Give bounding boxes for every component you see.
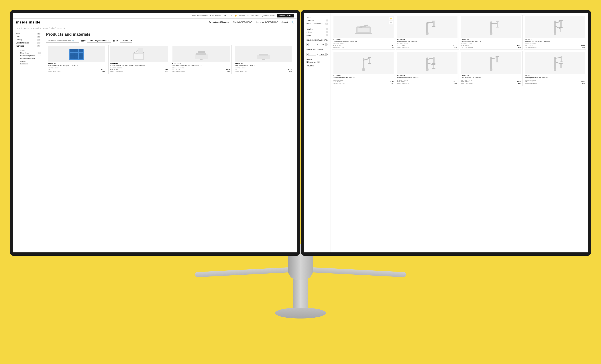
env-range-next[interactable]: › [326,43,328,46]
product-img-0 [48,46,105,62]
right-prod-card-1[interactable]: DATAFLEX Viewgo monitor arm - desk 130 E… [396,15,459,50]
svg-rect-18 [200,59,202,60]
right-prod-img-3 [525,16,585,38]
page-content: Floor 56 Wall 42 Ceiling 19 [13,30,297,252]
filter-fabrics[interactable]: Fabrics 0 [307,30,328,34]
brand-dataflex-checkbox[interactable]: Dataflex 18 [304,61,331,64]
right-prod-card-0[interactable]: 📁 ♡ [332,15,395,50]
right-prod-name-0: Addit Bento® ergonomic toolbox 900 [333,41,394,43]
circ-range-max[interactable] [319,53,326,56]
filter-other-accessories[interactable]: Other / accessories 18 [307,22,328,25]
svg-rect-7 [70,56,74,59]
circ-range-next[interactable]: › [326,53,328,56]
sidebar-item-furniture[interactable]: Furniture 46 [13,44,43,48]
product-img-2 [172,46,230,62]
projects-link[interactable]: Projects [239,15,245,17]
right-prod-costs-7: 3.42 - 1.17 = €2.25 [525,81,585,83]
svg-rect-73 [560,56,563,56]
filter-other[interactable]: Other 1 [307,34,328,37]
product-img-1 [110,46,168,62]
search-submit-icon[interactable]: 🔍 [72,40,74,42]
breadcrumb-home[interactable]: Home [16,27,20,29]
svg-rect-72 [561,56,562,62]
sidebar-sub-cupboards[interactable]: Cupboards › [17,62,43,65]
product-name-0: Viewmaster multi monitor system - desk 6… [48,65,105,67]
news-link[interactable]: News & Events [210,15,221,17]
my-account-link[interactable]: My account (Guest) [261,15,275,17]
filter-armchairs[interactable]: Armchairs 8 [307,19,328,22]
svg-rect-21 [262,59,265,60]
right-monitor-bezel: Stools › Armchairs 8 Other / accessories… [301,10,591,256]
favourites-link[interactable]: Favourites [251,15,259,17]
env-range-max[interactable] [319,43,326,46]
logo-bold: inside [29,20,40,24]
sort-select[interactable]: Added on (newest first) [87,39,111,43]
header: inside inside Products and Materials Wha… [13,19,297,26]
sidebar-sub-desks[interactable]: Desks › [17,49,43,51]
env-range-min[interactable] [309,43,316,46]
partner-button[interactable]: Become a partner [277,14,294,18]
heart-action-0[interactable]: ♡ [389,21,393,24]
product-card-2[interactable]: DATAFLEX Addit Bento® monitor riser - ad… [171,45,232,74]
dataflex-check[interactable] [307,61,309,63]
right-prod-card-7[interactable]: DATAFLEX Viewlite plus monitor arm - des… [524,51,586,86]
product-card-0[interactable]: DATAFLEX Viewmaster multi monitor system… [46,45,107,74]
filter-stools[interactable]: Stools › [307,16,328,19]
right-prod-card-5[interactable]: DATAFLEX Viewmate monitor arm - desk 642… [396,51,459,86]
nav-contact[interactable]: Contact [281,21,288,23]
monitor-setup: About INSIDE/INSIDE News & Events EN / N… [0,0,601,364]
sidebar-sub-conf-chairs[interactable]: (Conference) chairs › [17,57,43,60]
sidebar-sub-benches[interactable]: Benches › [17,60,43,62]
svg-rect-1 [70,49,74,52]
info-icon: ℹ [328,39,328,41]
search-icon[interactable]: 🔍 [291,21,294,23]
right-prod-card-6[interactable]: DATAFLEX Viewlite monitor arm - desk 122… [460,51,522,86]
logo: inside inside [16,20,40,24]
breadcrumb-products[interactable]: Products and Materials [23,27,40,29]
about-link[interactable]: About INSIDE/INSIDE [192,15,208,17]
nav-what-is[interactable]: What is INSIDE/INSIDE [233,21,252,23]
product-name-2: Addit Bento® monitor riser - adjustable … [172,65,230,67]
search-input[interactable] [48,40,71,42]
right-prod-circ-1: CIRCULARITY INDEX 62% [397,47,457,49]
search-box[interactable]: 🔍 [46,39,79,43]
right-prod-name-5: Viewmate monitor arm - desk 642 [397,77,457,79]
filter-coatings[interactable]: Coatings 0 [307,28,328,30]
stand-base [275,308,326,318]
svg-rect-66 [496,56,498,62]
lang-en[interactable]: EN [224,15,226,17]
show-select[interactable]: Photos [120,39,132,43]
product-costs-2: ENVIRON. COSTS 2.07 - 0.70 = €1.37 CIRCU… [172,67,230,73]
svg-rect-46 [560,28,561,32]
right-prod-card-4[interactable]: DATAFLEX Viewmate monitor arm - desk 662… [332,51,395,86]
svg-line-41 [555,21,561,23]
right-prod-card-2[interactable]: DATAFLEX Viewgo monitor arm - desk 120 E… [460,15,522,50]
svg-rect-5 [74,53,78,56]
product-name-3: Addit Bento® monitor riser 110 [235,65,292,67]
breadcrumb-furniture[interactable]: Furniture [42,27,48,29]
right-prod-card-3[interactable]: DATAFLEX Viewmate plus monitor arm - des… [524,15,586,50]
sidebar-item-wall[interactable]: Wall 42 [13,35,43,38]
env-range-prev[interactable]: ‹ [307,43,309,46]
product-card-3[interactable]: DATAFLEX Addit Bento® monitor riser 110 … [233,45,294,74]
lang-nl[interactable]: NL [231,15,233,17]
top-bar: About INSIDE/INSIDE News & Events EN / N… [13,13,297,19]
circ-range-min[interactable] [309,53,316,56]
nav-how-to[interactable]: How to use INSIDE/INSIDE [256,21,278,23]
nav-products[interactable]: Products and Materials [209,21,229,23]
product-card-1[interactable]: DATAFLEX Addit ErgoDoc® document holder … [108,45,169,74]
left-monitor-screen: About INSIDE/INSIDE News & Events EN / N… [13,13,297,252]
sidebar-sub-conf-tables[interactable]: (Conference) tables › [17,54,43,57]
sidebar-item-ceiling[interactable]: Ceiling 19 [13,38,43,41]
circ-range-prev[interactable]: ‹ [307,53,309,56]
left-screen-content: About INSIDE/INSIDE News & Events EN / N… [13,13,297,252]
folder-action-0[interactable]: 📁 [389,17,393,20]
sidebar-item-floor[interactable]: Floor 56 [13,32,43,35]
svg-rect-57 [432,57,435,57]
svg-rect-60 [433,64,434,69]
sidebar-item-sheet[interactable]: Sheet materials 13 [13,41,43,44]
circ-index-heading: CIRCULARITY INDEX ℹ [304,48,331,51]
sidebar-sub-office-chairs[interactable]: Office chairs 19 [17,51,43,54]
right-prod-brand-7: DATAFLEX [525,75,585,77]
right-prod-costs-0: 0.80 - 0.19 = €0.61 [333,45,394,46]
